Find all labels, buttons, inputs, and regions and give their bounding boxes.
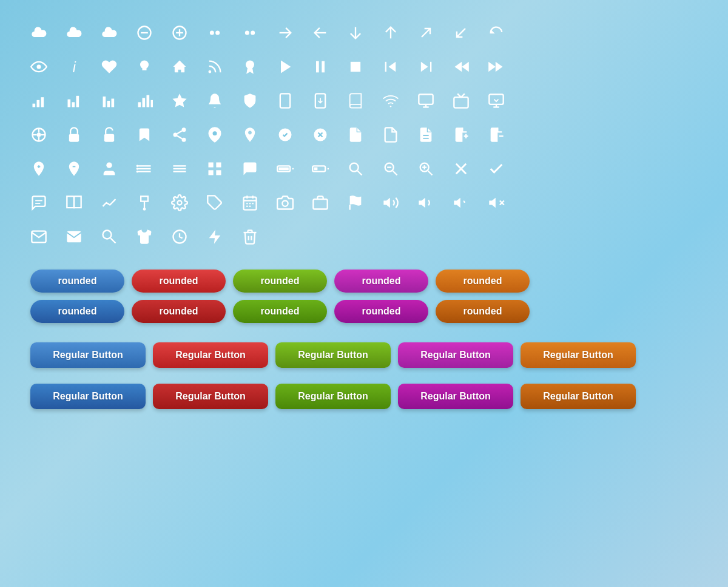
svg-point-70 (182, 138, 186, 142)
cloud-download-icon (95, 18, 124, 47)
svg-line-143 (110, 238, 115, 243)
grid-icon (200, 154, 229, 183)
svg-line-15 (422, 29, 430, 37)
svg-marker-26 (389, 62, 396, 72)
refresh-icon (482, 18, 511, 47)
rounded-button-orange-2[interactable]: rounded (436, 300, 530, 323)
icon-row-6 (24, 188, 704, 217)
rounded-button-green-1[interactable]: rounded (233, 270, 327, 293)
volume-medium-icon (411, 188, 440, 217)
regular-button-orange-1[interactable]: Regular Button (521, 342, 636, 368)
svg-point-106 (350, 163, 359, 172)
icon-row-1 (24, 18, 704, 47)
svg-point-8 (215, 31, 220, 35)
icon-row-5 (24, 154, 704, 183)
svg-rect-46 (151, 100, 153, 107)
document-text-icon (411, 120, 440, 149)
document-remove-icon (482, 120, 511, 149)
svg-marker-30 (455, 62, 462, 72)
regular-button-green-2[interactable]: Regular Button (275, 384, 391, 409)
svg-point-9 (245, 31, 249, 35)
svg-line-72 (177, 131, 182, 134)
chat-icon (235, 154, 265, 183)
rounded-buttons-row2: rounded rounded rounded rounded rounded (30, 300, 698, 323)
bar-chart-1-icon (24, 86, 53, 115)
svg-point-61 (37, 133, 41, 137)
book-icon (341, 86, 370, 115)
camera-icon (271, 188, 300, 217)
buttons-section: rounded rounded rounded rounded rounded … (24, 270, 704, 409)
rounded-button-blue-1[interactable]: rounded (30, 270, 124, 293)
search-person-icon (95, 222, 124, 251)
svg-marker-22 (281, 61, 291, 73)
rss-signal-icon (376, 86, 405, 115)
cloud-upload-icon (59, 18, 89, 47)
icon-grid: i (24, 18, 704, 251)
rounded-button-pink-1[interactable]: rounded (334, 270, 428, 293)
regular-button-red-1[interactable]: Regular Button (153, 342, 268, 368)
rounded-button-orange-1[interactable]: rounded (436, 270, 530, 293)
svg-rect-48 (280, 93, 290, 107)
arrow-down-icon (341, 18, 370, 47)
rounded-button-red-2[interactable]: rounded (132, 300, 226, 323)
svg-rect-97 (216, 163, 221, 168)
check-circle-icon (271, 120, 300, 149)
svg-line-16 (457, 29, 465, 37)
regular-button-blue-1[interactable]: Regular Button (30, 342, 146, 368)
svg-line-109 (393, 171, 397, 175)
search-plus-icon (411, 154, 440, 183)
arrow-up-icon (376, 18, 405, 47)
award-icon (235, 52, 265, 81)
main-container: i (0, 0, 728, 435)
tablet-download-icon (306, 86, 335, 115)
regular-button-red-2[interactable]: Regular Button (153, 384, 268, 409)
svg-rect-96 (209, 163, 214, 168)
svg-point-86 (106, 163, 112, 168)
svg-marker-47 (172, 93, 186, 107)
shirt-icon (130, 222, 159, 251)
skip-start-icon (376, 52, 405, 81)
svg-marker-139 (489, 198, 496, 208)
regular-button-pink-2[interactable]: Regular Button (398, 384, 513, 409)
search-minus-icon (376, 154, 405, 183)
svg-line-112 (428, 171, 433, 175)
rewind-icon (447, 52, 476, 81)
svg-marker-145 (209, 229, 221, 243)
pennant-icon (341, 188, 370, 217)
svg-point-73 (213, 131, 217, 135)
volume-high-icon (376, 188, 405, 217)
rounded-button-blue-2[interactable]: rounded (30, 300, 124, 323)
svg-marker-138 (454, 198, 460, 208)
regular-buttons-row1: Regular Button Regular Button Regular Bu… (30, 342, 698, 368)
regular-button-orange-2[interactable]: Regular Button (521, 384, 636, 409)
heart-icon (95, 52, 124, 81)
rounded-button-pink-2[interactable]: rounded (334, 300, 428, 323)
svg-marker-136 (383, 198, 390, 208)
svg-rect-131 (249, 206, 251, 207)
menu-icon (165, 154, 194, 183)
monitor-download-icon (482, 86, 511, 115)
trash-icon (235, 222, 265, 251)
document-icon (341, 120, 370, 149)
svg-rect-34 (33, 104, 36, 107)
location-icon (235, 120, 265, 149)
rounded-button-red-1[interactable]: rounded (132, 270, 226, 293)
list-icon (130, 154, 159, 183)
svg-rect-127 (246, 203, 248, 204)
regular-button-green-1[interactable]: Regular Button (275, 342, 391, 368)
svg-rect-129 (252, 203, 254, 204)
home-icon (165, 52, 194, 81)
svg-rect-24 (322, 61, 325, 73)
icon-row-3 (24, 86, 704, 115)
arrow-up-right-icon (411, 18, 440, 47)
bar-chart-4-icon (130, 86, 159, 115)
monitor-icon (411, 86, 440, 115)
rounded-button-green-2[interactable]: rounded (233, 300, 327, 323)
regular-button-pink-1[interactable]: Regular Button (398, 342, 513, 368)
tv-icon (447, 86, 476, 115)
lock-closed-icon (59, 120, 89, 149)
svg-point-132 (282, 201, 288, 206)
gear-icon (165, 188, 194, 217)
regular-button-blue-2[interactable]: Regular Button (30, 384, 146, 409)
svg-rect-66 (69, 134, 79, 142)
